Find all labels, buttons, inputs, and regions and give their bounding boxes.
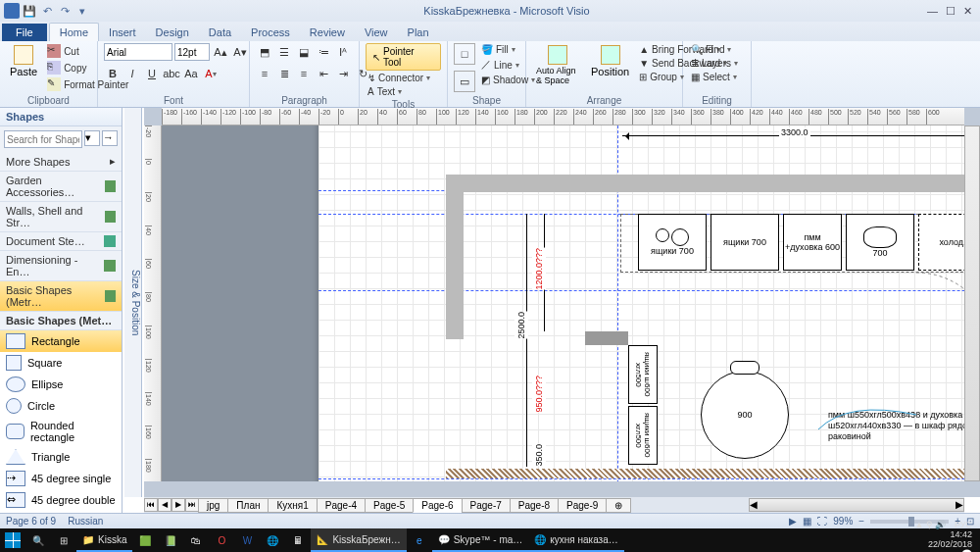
task-app1[interactable]: 🟩 bbox=[132, 528, 158, 552]
bullets[interactable]: ≔ bbox=[315, 43, 332, 61]
tab-review[interactable]: Review bbox=[300, 24, 355, 41]
drawing-canvas[interactable]: 3300.0 ящики 700 ящики 700 пмм +духовка … bbox=[162, 125, 964, 481]
task-opera[interactable]: O bbox=[209, 528, 234, 552]
page-tab-8[interactable]: Page-9 bbox=[558, 498, 607, 513]
stencil-0[interactable]: Garden Accessories… bbox=[0, 172, 122, 202]
qat-redo[interactable]: ↷ bbox=[57, 3, 73, 19]
box-yash-v1[interactable]: ящики ш600 хгл500 bbox=[628, 345, 658, 404]
task-word[interactable]: W bbox=[234, 528, 260, 552]
page-tab-5[interactable]: Page-6 bbox=[413, 498, 462, 513]
box-yash-b[interactable]: ящики 700 bbox=[710, 214, 779, 271]
chair-top[interactable] bbox=[730, 361, 760, 375]
door-arc[interactable] bbox=[916, 273, 964, 351]
italic-button[interactable]: I bbox=[123, 65, 141, 82]
minimize-button[interactable]: — bbox=[927, 5, 938, 18]
pointer-tool-button[interactable]: ↖ Pointer Tool bbox=[366, 43, 441, 71]
more-shapes[interactable]: More Shapes▸ bbox=[0, 152, 122, 172]
page-tab-2[interactable]: Кухня1 bbox=[268, 498, 317, 513]
table-900[interactable]: 900 bbox=[701, 371, 789, 459]
close-button[interactable]: ✕ bbox=[963, 5, 972, 18]
task-calc[interactable]: 🖩 bbox=[285, 528, 311, 552]
task-skype[interactable]: 💬 Skype™ - ma… bbox=[432, 528, 529, 552]
paste-button[interactable]: Paste bbox=[6, 43, 41, 79]
stencil-2[interactable]: Document Ste… bbox=[0, 232, 122, 251]
shrink-font[interactable]: A▾ bbox=[231, 43, 249, 61]
box-yash-v2[interactable]: ящики ш600 хгл500 bbox=[628, 406, 658, 465]
stencil-3[interactable]: Dimensioning - En… bbox=[0, 251, 122, 281]
auto-align-button[interactable]: Auto Align & Space bbox=[532, 43, 583, 87]
scrollbar-h[interactable]: ◀▶ bbox=[749, 498, 964, 512]
page-tab-7[interactable]: Page-8 bbox=[510, 498, 559, 513]
align-left[interactable]: ≡ bbox=[256, 65, 273, 82]
dim-2500-line[interactable] bbox=[526, 214, 527, 467]
shape-rectangle[interactable]: Rectangle bbox=[0, 330, 122, 352]
text-dir[interactable]: Ⅰᴬ bbox=[334, 43, 352, 61]
underline-button[interactable]: U bbox=[143, 65, 161, 82]
view-full-icon[interactable]: ⛶ bbox=[817, 516, 827, 527]
qat-save[interactable]: 💾 bbox=[22, 3, 37, 19]
drawing-page[interactable]: 3300.0 ящики 700 ящики 700 пмм +духовка … bbox=[318, 125, 964, 481]
position-button[interactable]: Position bbox=[587, 43, 633, 79]
shape-triangle[interactable]: Triangle bbox=[0, 446, 122, 468]
task-edge[interactable]: e bbox=[407, 528, 432, 552]
find-button[interactable]: 🔍 Find bbox=[689, 43, 740, 56]
task-explorer[interactable]: 📁 Kisska bbox=[76, 528, 132, 552]
align-bot[interactable]: ⬓ bbox=[295, 43, 313, 61]
shape-45single[interactable]: ⇢45 degree single bbox=[0, 468, 122, 489]
tab-design[interactable]: Design bbox=[146, 24, 199, 41]
box-pmm[interactable]: пмм +духовка 600 bbox=[783, 214, 842, 271]
layers-button[interactable]: ≣ Layers bbox=[689, 57, 740, 70]
wall-bottom[interactable] bbox=[446, 469, 964, 478]
quick-style2[interactable]: ▭ bbox=[454, 71, 475, 92]
start-button[interactable] bbox=[0, 528, 25, 552]
wall-left[interactable] bbox=[446, 175, 464, 339]
tab-home[interactable]: Home bbox=[49, 23, 99, 41]
task-ie[interactable]: 🌐 кухня наказа… bbox=[528, 528, 623, 552]
page-tab-4[interactable]: Page-5 bbox=[365, 498, 414, 513]
search-dropdown-icon[interactable]: ▾ bbox=[84, 130, 100, 146]
stencil-1[interactable]: Walls, Shell and Str… bbox=[0, 202, 122, 232]
box-yash-a[interactable]: ящики 700 bbox=[638, 214, 707, 271]
qat-customize[interactable]: ▾ bbox=[74, 3, 90, 19]
align-center[interactable]: ≣ bbox=[275, 65, 293, 82]
taskbar-clock[interactable]: ▲ ⚲ 🔊 РУС 14:4222/02/2018 💬 bbox=[907, 521, 980, 552]
page-tab-0[interactable]: jpg bbox=[198, 498, 228, 513]
zoom-out[interactable]: − bbox=[858, 516, 864, 527]
box-fridge[interactable]: холод. bbox=[918, 214, 964, 271]
add-page[interactable]: ⊕ bbox=[606, 498, 631, 513]
tab-nav-next[interactable]: ▶ bbox=[172, 498, 185, 512]
file-tab[interactable]: File bbox=[2, 24, 47, 41]
font-color-button[interactable]: A bbox=[202, 65, 220, 82]
page-tab-3[interactable]: Page-4 bbox=[317, 498, 366, 513]
tab-view[interactable]: View bbox=[355, 24, 398, 41]
box-sink[interactable]: 700 bbox=[846, 214, 914, 271]
shape-rrect[interactable]: Rounded rectangle bbox=[0, 417, 122, 446]
tab-nav-first[interactable]: ⏮ bbox=[144, 498, 158, 512]
qat-undo[interactable]: ↶ bbox=[39, 3, 55, 19]
align-right[interactable]: ≡ bbox=[295, 65, 313, 82]
scrollbar-v[interactable] bbox=[964, 125, 980, 481]
connector-button[interactable]: ↯ Connector bbox=[366, 72, 432, 84]
case-button[interactable]: Aa bbox=[182, 65, 200, 82]
stencil-4[interactable]: Basic Shapes (Metr… bbox=[0, 281, 122, 312]
select-button[interactable]: ▦ Select bbox=[689, 71, 740, 83]
shape-ellipse[interactable]: Ellipse bbox=[0, 374, 122, 395]
task-visio[interactable]: 📐 KisskaБрежн… bbox=[311, 528, 406, 552]
indent-dec[interactable]: ⇤ bbox=[315, 65, 332, 82]
align-mid[interactable]: ☰ bbox=[275, 43, 293, 61]
search-go-icon[interactable]: → bbox=[102, 130, 118, 146]
view-normal-icon[interactable]: ▦ bbox=[803, 516, 811, 527]
shape-circle[interactable]: Circle bbox=[0, 395, 122, 417]
tab-nav-prev[interactable]: ◀ bbox=[158, 498, 172, 512]
tab-nav-last[interactable]: ⏭ bbox=[185, 498, 199, 512]
font-size-select[interactable] bbox=[174, 43, 210, 61]
align-top[interactable]: ⬒ bbox=[256, 43, 273, 61]
task-store[interactable]: 🛍 bbox=[183, 528, 209, 552]
size-position-pane[interactable]: Size & Position bbox=[124, 108, 142, 497]
search-icon[interactable]: 🔍 bbox=[25, 528, 51, 552]
indent-inc[interactable]: ⇥ bbox=[334, 65, 352, 82]
taskview-icon[interactable]: ⊞ bbox=[51, 528, 76, 552]
shape-45double[interactable]: ⇔45 degree double bbox=[0, 489, 122, 511]
task-excel[interactable]: 📗 bbox=[158, 528, 183, 552]
status-record-icon[interactable]: ▶ bbox=[789, 516, 797, 527]
